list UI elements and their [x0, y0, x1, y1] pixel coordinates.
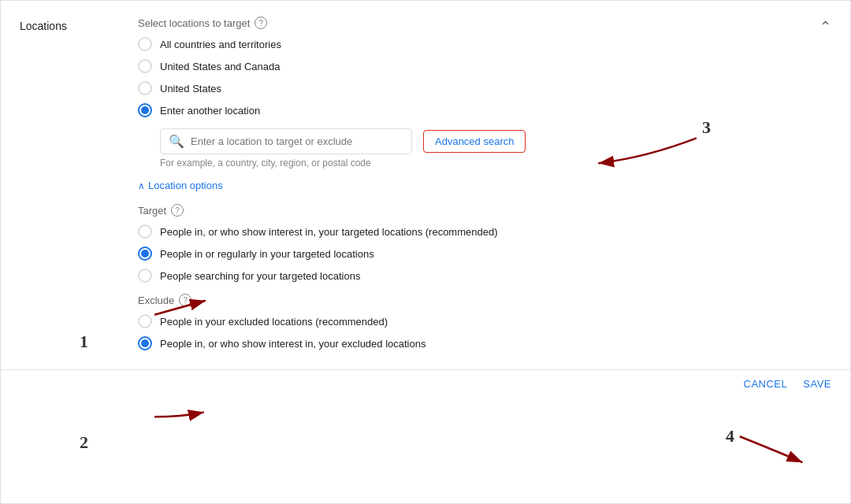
- exclude-radio-group: People in your excluded locations (recom…: [138, 314, 831, 350]
- radio-group-location: All countries and territories United Sta…: [138, 37, 831, 117]
- exclude-title: Exclude ?: [138, 294, 831, 306]
- cancel-button[interactable]: CANCEL: [744, 378, 788, 390]
- annotation-3: 3: [702, 117, 711, 138]
- exclude-help-icon[interactable]: ?: [179, 294, 191, 306]
- radio-us-canada[interactable]: United States and Canada: [138, 59, 831, 73]
- save-button[interactable]: SAVE: [803, 378, 831, 390]
- select-label: Select locations to target ?: [138, 17, 831, 29]
- radio-circle-us-canada: [138, 59, 152, 73]
- exclude-radio-in: [138, 314, 152, 328]
- target-option-searching[interactable]: People searching for your targeted locat…: [138, 269, 831, 283]
- search-row: 🔍 Advanced search: [160, 128, 831, 154]
- annotation-1: 1: [80, 332, 88, 352]
- chevron-up-icon: ∧: [138, 180, 145, 191]
- radio-another-location[interactable]: Enter another location: [138, 103, 831, 117]
- radio-all-countries[interactable]: All countries and territories: [138, 37, 831, 51]
- search-input[interactable]: [191, 135, 403, 147]
- radio-circle-us-only: [138, 81, 152, 95]
- advanced-search-button[interactable]: Advanced search: [423, 130, 526, 153]
- target-radio-searching: [138, 269, 152, 283]
- target-option-all[interactable]: People in, or who show interest in, your…: [138, 224, 831, 239]
- section-title: Locations: [20, 17, 130, 361]
- locations-section: Locations Select locations to target ? A…: [1, 1, 850, 361]
- target-help-icon[interactable]: ?: [171, 204, 184, 217]
- collapse-button[interactable]: ⌃: [819, 18, 831, 35]
- target-title: Target ?: [138, 204, 831, 217]
- annotation-4: 4: [726, 426, 734, 447]
- help-icon[interactable]: ?: [255, 17, 267, 29]
- annotation-2: 2: [80, 432, 88, 453]
- main-container: Locations Select locations to target ? A…: [0, 0, 851, 504]
- location-options-toggle[interactable]: ∧ Location options: [138, 180, 831, 191]
- target-radio-in: [138, 246, 152, 261]
- exclude-option-interest[interactable]: People in, or who show interest in, your…: [138, 336, 831, 350]
- target-radio-all: [138, 224, 152, 239]
- radio-us-only[interactable]: United States: [138, 81, 831, 95]
- target-option-in[interactable]: People in or regularly in your targeted …: [138, 246, 831, 261]
- section-content: Select locations to target ? All countri…: [130, 17, 831, 361]
- target-subsection: Target ? People in, or who show interest…: [138, 204, 831, 283]
- search-box[interactable]: 🔍: [160, 128, 412, 154]
- exclude-subsection: Exclude ? People in your excluded locati…: [138, 294, 831, 350]
- exclude-radio-interest: [138, 336, 152, 350]
- target-radio-group: People in, or who show interest in, your…: [138, 224, 831, 283]
- search-icon: 🔍: [169, 134, 184, 149]
- radio-circle-another-location: [138, 103, 152, 117]
- radio-circle-all-countries: [138, 37, 152, 51]
- search-hint: For example, a country, city, region, or…: [160, 158, 831, 169]
- footer: CANCEL SAVE: [1, 370, 850, 398]
- exclude-option-in[interactable]: People in your excluded locations (recom…: [138, 314, 831, 328]
